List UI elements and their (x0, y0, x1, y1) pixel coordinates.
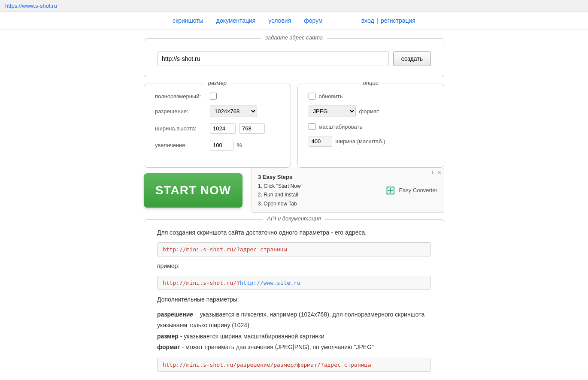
url-input[interactable] (157, 51, 389, 66)
height-input[interactable] (239, 123, 265, 134)
resolution-select[interactable]: 1024×768 800×600 1280×1024 1920×1080 (210, 106, 257, 117)
fullsize-checkbox[interactable] (210, 93, 217, 100)
param2-name: размер (157, 333, 179, 340)
scale-row: масштабировать (309, 123, 433, 130)
scale-width-input[interactable] (309, 136, 332, 147)
nav-terms[interactable]: условия (268, 17, 291, 24)
url-section-title: задайте адрес сайта (261, 34, 327, 41)
fullsize-label: полноразмерный: (155, 93, 206, 100)
scale-width-label: ширина (масштаб.) (336, 138, 387, 145)
ad-logo-text: Easy Converter (399, 187, 437, 193)
param3-desc: - может принимать два значения (JPEG|PNG… (180, 344, 374, 350)
url-section: задайте адрес сайта создать (144, 38, 444, 77)
ad-step3: 3. Open new Tab (258, 199, 303, 208)
param2-desc: - указывается ширина масштабированной ка… (179, 333, 324, 340)
zoom-unit: % (237, 142, 242, 148)
width-input[interactable] (210, 123, 236, 134)
ad-block: ℹ ✕ 3 Easy Steps 1. Click "Start Now" 2.… (251, 168, 444, 213)
refresh-row: обновить (309, 93, 433, 100)
resolution-label: разрешение: (155, 108, 206, 115)
options-panel-title: опции (359, 80, 383, 86)
ad-steps: 3 Easy Steps 1. Click "Start Now" 2. Run… (258, 172, 303, 208)
param1: разрешение – указывается в пикселях, нап… (157, 309, 431, 331)
api-url-box: http://mini.s-shot.ru/?адрес страницы (157, 242, 431, 256)
ad-info-icon[interactable]: ℹ (432, 170, 433, 175)
size-options-row: размер полноразмерный: разрешение: 1024×… (144, 84, 444, 168)
url-row: создать (157, 51, 431, 66)
ad-title: 3 Easy Steps (258, 172, 303, 182)
nav-documentation[interactable]: документация (216, 17, 256, 24)
param1-desc: – указывается в пикселях, например (1024… (157, 311, 424, 329)
ad-step2: 2. Run and Install (258, 190, 303, 199)
start-ad-row: START NOW ℹ ✕ 3 Easy Steps 1. Click "Sta… (144, 168, 444, 213)
main-content: задайте адрес сайта создать размер полно… (144, 30, 444, 380)
resolution-row: разрешение: 1024×768 800×600 1280×1024 1… (155, 106, 280, 117)
example-url-link: http://www.site.ru (240, 280, 300, 286)
scale-width-row: ширина (масштаб.) (309, 136, 433, 147)
format-select[interactable]: JPEG PNG (309, 106, 356, 117)
zoom-row: увеличение: % (155, 140, 280, 151)
auth-separator: | (376, 17, 378, 24)
param3-name: формат (157, 344, 180, 350)
refresh-checkbox[interactable] (309, 93, 315, 100)
start-now-button[interactable]: START NOW (144, 173, 242, 208)
zoom-label: увеличение: (155, 142, 206, 148)
browser-url-bar: https://www.s-shot.ru (0, 0, 588, 12)
ad-step1: 1. Click "Start Now" (258, 182, 303, 190)
create-button[interactable]: создать (393, 51, 431, 66)
size-panel-title: размер (204, 80, 231, 86)
doc-params: разрешение – указывается в пикселях, нап… (157, 309, 431, 353)
doc-section-title: API и документация (263, 215, 325, 222)
ad-logo-icon: ⊞ (385, 183, 395, 197)
scale-checkbox[interactable] (309, 123, 315, 130)
register-link[interactable]: регистрация (381, 17, 415, 24)
format-label: формат (359, 108, 411, 115)
auth-links: вход | регистрация (361, 17, 415, 24)
full-api-url-box: http://mini.s-shot.ru/разрешение/размер/… (157, 358, 431, 372)
url-text: https://www.s-shot.ru (5, 3, 57, 9)
extra-params-label: Дополнительные параметры: (157, 295, 431, 304)
nav-screenshots[interactable]: скриншоты (173, 17, 203, 24)
size-panel: размер полноразмерный: разрешение: 1024×… (144, 84, 291, 168)
full-api-url-text: http://mini.s-shot.ru/разрешение/размер/… (163, 362, 371, 368)
example-label: пример: (157, 262, 431, 271)
param1-name: разрешение (157, 311, 193, 318)
doc-section: API и документация Для создания скриншот… (144, 219, 444, 380)
scale-label: масштабировать (319, 124, 370, 130)
fullsize-row: полноразмерный: (155, 93, 280, 100)
format-row: JPEG PNG формат (309, 106, 433, 117)
login-link[interactable]: вход (361, 17, 374, 24)
ad-close-icon[interactable]: ✕ (437, 170, 441, 175)
nav-forum[interactable]: форум (304, 17, 322, 24)
doc-intro: Для создания скриншота сайта достаточно … (157, 228, 431, 237)
dimensions-label: ширина,высота: (155, 125, 206, 132)
example-url-box: http://mini.s-shot.ru/?http://www.site.r… (157, 276, 431, 290)
api-url-text: http://mini.s-shot.ru/?адрес страницы (163, 246, 287, 253)
example-url-prefix: http://mini.s-shot.ru/? (163, 280, 240, 286)
param3: формат - может принимать два значения (J… (157, 342, 431, 353)
options-panel: опции обновить JPEG PNG формат масштабир… (297, 84, 445, 168)
ad-logo: ⊞ Easy Converter (385, 183, 437, 197)
dimensions-row: ширина,высота: (155, 123, 280, 134)
param2: размер - указывается ширина масштабирова… (157, 331, 431, 342)
navigation: скриншоты документация условия форум вхо… (0, 12, 588, 30)
refresh-label: обновить (319, 93, 370, 100)
zoom-input[interactable] (210, 140, 233, 151)
